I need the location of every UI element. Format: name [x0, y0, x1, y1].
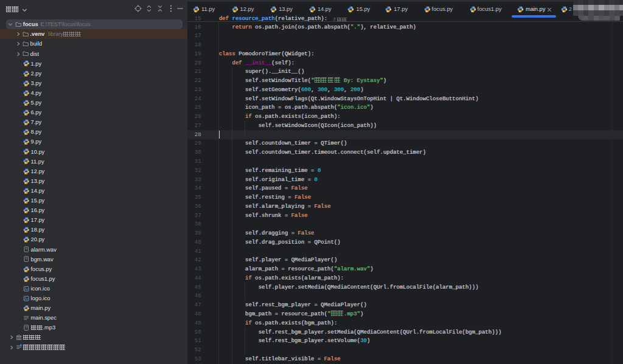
svg-text:?: ?	[25, 247, 27, 252]
svg-text:?: ?	[25, 257, 27, 261]
svg-text:?: ?	[25, 326, 27, 330]
